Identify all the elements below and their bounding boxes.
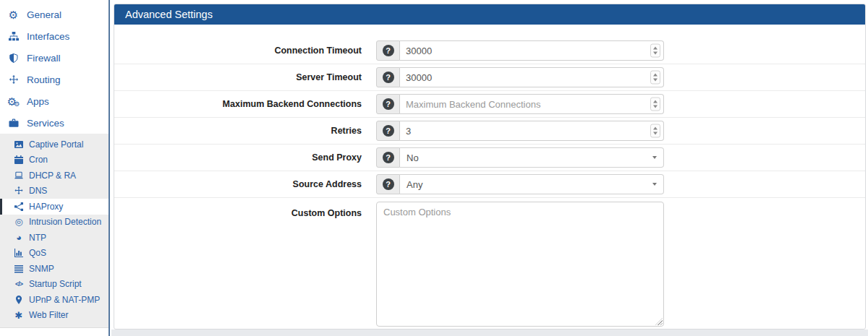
sidebar-item-intrusion-detection[interactable]: ◎ Intrusion Detection <box>0 215 109 231</box>
sidebar-item-label: Cron <box>29 155 48 165</box>
selected-value: Any <box>407 179 422 190</box>
send-proxy-group: ? No <box>376 147 664 168</box>
number-spinner[interactable] <box>650 124 660 138</box>
field-label: Custom Options <box>124 202 362 218</box>
spinner-up-icon <box>653 100 658 103</box>
number-spinner[interactable] <box>650 44 660 58</box>
gears-icon: ⚙⚙ <box>7 96 20 107</box>
sidebar-item-ntp[interactable]: ◕ NTP <box>0 230 109 246</box>
custom-options-textarea[interactable] <box>376 202 664 327</box>
spinner-down-icon <box>653 132 658 135</box>
sidebar-item-snmp[interactable]: SNMP <box>0 261 109 277</box>
field-label: Retries <box>124 126 362 136</box>
form-row-connection-timeout: Connection Timeout ? <box>114 38 865 64</box>
sidebar-item-routing[interactable]: Routing <box>0 69 109 90</box>
sidebar-item-haproxy[interactable]: HAProxy <box>0 199 109 215</box>
retries-input[interactable] <box>400 121 664 141</box>
sidebar-item-interfaces[interactable]: Interfaces <box>0 25 109 47</box>
spinner-up-icon <box>653 127 658 130</box>
sidebar-item-apps[interactable]: ⚙⚙ Apps <box>0 90 109 112</box>
sidebar-item-cron[interactable]: Cron <box>0 152 109 168</box>
form-row-custom-options: Custom Options <box>114 198 865 329</box>
map-marker-icon <box>14 296 24 304</box>
number-spinner[interactable] <box>650 71 660 85</box>
sidebar-item-label: General <box>27 9 61 20</box>
custom-options-wrap <box>376 202 664 327</box>
sidebar-item-label: QoS <box>29 248 46 258</box>
spinner-up-icon <box>653 74 658 77</box>
spinner-down-icon <box>653 52 658 55</box>
services-submenu: Captive Portal Cron DHCP & RA DNS HAProx <box>0 134 109 328</box>
number-spinner[interactable] <box>650 98 660 111</box>
clock-icon: ◕ <box>14 233 24 243</box>
sidebar-item-label: DHCP & RA <box>29 171 76 181</box>
max-backend-connections-input[interactable] <box>400 94 664 114</box>
list-icon <box>14 264 24 273</box>
sidebar-item-label: UPnP & NAT-PMP <box>29 295 100 305</box>
arrows-move-icon <box>7 75 20 85</box>
form-row-max-backend-connections: Maximum Backend Connections ? <box>114 91 865 118</box>
question-circle-icon: ? <box>383 125 394 137</box>
sidebar-item-label: SNMP <box>29 264 54 274</box>
sidebar-item-label: Startup Script <box>29 279 82 289</box>
help-button[interactable]: ? <box>376 174 400 194</box>
sidebar-item-web-filter[interactable]: ✱ Web Filter <box>0 308 109 324</box>
bar-chart-icon <box>14 249 24 257</box>
question-circle-icon: ? <box>383 98 394 110</box>
sidebar-item-label: Web Filter <box>29 310 68 320</box>
server-timeout-input[interactable] <box>400 67 664 87</box>
sidebar-item-startup-script[interactable]: </> Startup Script <box>0 277 109 293</box>
connection-timeout-input[interactable] <box>400 40 664 61</box>
sidebar-item-label: Intrusion Detection <box>29 217 101 227</box>
sidebar-item-dhcp-ra[interactable]: DHCP & RA <box>0 168 109 184</box>
server-timeout-group: ? <box>376 67 664 87</box>
sidebar-item-label: Captive Portal <box>29 139 83 150</box>
question-circle-icon: ? <box>383 72 394 83</box>
gear-icon: ⚙ <box>7 9 20 20</box>
proxy-nodes-icon <box>14 202 24 211</box>
question-circle-icon: ? <box>383 45 394 56</box>
code-icon: </> <box>14 280 24 288</box>
advanced-settings-panel: Advanced Settings Connection Timeout ? S… <box>114 4 866 329</box>
sidebar-item-label: Services <box>27 118 64 129</box>
sidebar-item-services[interactable]: Services <box>0 112 109 134</box>
sidebar-item-general[interactable]: ⚙ General <box>0 4 109 25</box>
form-row-retries: Retries ? <box>114 118 865 145</box>
sidebar-item-label: NTP <box>29 233 46 243</box>
page-background-strip <box>111 329 868 336</box>
source-address-group: ? Any <box>376 174 664 194</box>
sidebar-top-list: ⚙ General Interfaces Firewall Routing ⚙⚙… <box>0 0 109 134</box>
sidebar-item-vpn[interactable]: VPN <box>0 329 109 336</box>
field-label: Server Timeout <box>124 72 362 82</box>
help-button[interactable]: ? <box>376 94 400 114</box>
help-button[interactable]: ? <box>376 40 400 61</box>
retries-group: ? <box>376 121 664 141</box>
send-proxy-select[interactable]: No <box>400 147 664 168</box>
sidebar-item-captive-portal[interactable]: Captive Portal <box>0 137 109 152</box>
arrows-move-icon <box>14 186 24 195</box>
form-row-server-timeout: Server Timeout ? <box>114 64 865 91</box>
source-address-select[interactable]: Any <box>400 174 664 194</box>
sidebar-item-label: Interfaces <box>27 31 69 42</box>
question-circle-icon: ? <box>383 178 394 190</box>
question-circle-icon: ? <box>383 152 394 163</box>
briefcase-icon <box>7 119 20 128</box>
help-button[interactable]: ? <box>376 147 400 168</box>
sidebar-item-dns[interactable]: DNS <box>0 184 109 199</box>
sidebar-item-label: Firewall <box>27 53 61 64</box>
sidebar-item-label: Apps <box>27 96 49 107</box>
field-label: Maximum Backend Connections <box>124 99 362 109</box>
panel-title: Advanced Settings <box>125 9 213 20</box>
help-button[interactable]: ? <box>376 121 400 141</box>
sidebar: ⚙ General Interfaces Firewall Routing ⚙⚙… <box>0 0 110 336</box>
sidebar-item-upnp-nat-pmp[interactable]: UPnP & NAT-PMP <box>0 292 109 308</box>
spinner-down-icon <box>653 105 658 108</box>
spinner-down-icon <box>653 79 658 82</box>
help-button[interactable]: ? <box>376 67 400 87</box>
sidebar-item-firewall[interactable]: Firewall <box>0 47 109 69</box>
sidebar-item-qos[interactable]: QoS <box>0 246 109 262</box>
field-label: Source Address <box>124 179 362 189</box>
max-backend-connections-group: ? <box>376 94 664 114</box>
asterisk-icon: ✱ <box>14 311 24 320</box>
sidebar-item-label: DNS <box>29 186 47 196</box>
